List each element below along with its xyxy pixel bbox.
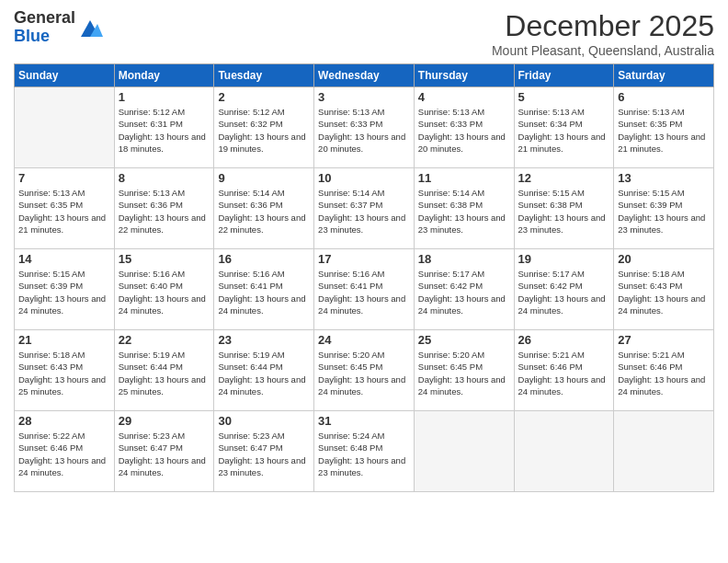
calendar-cell bbox=[414, 411, 514, 492]
day-detail: Sunrise: 5:13 AMSunset: 6:34 PMDaylight:… bbox=[518, 106, 610, 155]
day-number: 2 bbox=[218, 90, 310, 104]
calendar-cell: 19Sunrise: 5:17 AMSunset: 6:42 PMDayligh… bbox=[514, 249, 614, 330]
day-number: 8 bbox=[119, 171, 210, 185]
day-detail: Sunrise: 5:23 AMSunset: 6:47 PMDaylight:… bbox=[119, 430, 210, 478]
day-detail: Sunrise: 5:13 AMSunset: 6:33 PMDaylight:… bbox=[318, 106, 410, 155]
page: General Blue December 2025 Mount Pleasan… bbox=[0, 0, 728, 563]
day-of-week-tuesday: Tuesday bbox=[214, 64, 314, 87]
calendar-cell: 27Sunrise: 5:21 AMSunset: 6:46 PMDayligh… bbox=[614, 330, 714, 411]
day-detail: Sunrise: 5:14 AMSunset: 6:37 PMDaylight:… bbox=[318, 187, 410, 236]
day-of-week-saturday: Saturday bbox=[614, 64, 714, 87]
day-detail: Sunrise: 5:12 AMSunset: 6:32 PMDaylight:… bbox=[218, 106, 310, 155]
calendar-cell: 8Sunrise: 5:13 AMSunset: 6:36 PMDaylight… bbox=[114, 168, 214, 249]
calendar-cell: 18Sunrise: 5:17 AMSunset: 6:42 PMDayligh… bbox=[414, 249, 514, 330]
day-number: 14 bbox=[18, 252, 110, 266]
day-of-week-wednesday: Wednesday bbox=[314, 64, 415, 87]
day-number: 11 bbox=[418, 171, 510, 185]
day-number: 23 bbox=[218, 333, 310, 347]
day-number: 20 bbox=[618, 252, 710, 266]
calendar-cell: 24Sunrise: 5:20 AMSunset: 6:45 PMDayligh… bbox=[314, 330, 415, 411]
calendar-cell bbox=[614, 411, 714, 492]
day-detail: Sunrise: 5:21 AMSunset: 6:46 PMDaylight:… bbox=[518, 349, 610, 397]
day-number: 24 bbox=[318, 333, 410, 347]
calendar-cell: 10Sunrise: 5:14 AMSunset: 6:37 PMDayligh… bbox=[314, 168, 415, 249]
calendar-cell: 15Sunrise: 5:16 AMSunset: 6:40 PMDayligh… bbox=[114, 249, 214, 330]
day-detail: Sunrise: 5:15 AMSunset: 6:39 PMDaylight:… bbox=[618, 187, 710, 236]
day-detail: Sunrise: 5:13 AMSunset: 6:35 PMDaylight:… bbox=[618, 106, 710, 155]
calendar-cell: 21Sunrise: 5:18 AMSunset: 6:43 PMDayligh… bbox=[15, 330, 115, 411]
calendar-week-2: 7Sunrise: 5:13 AMSunset: 6:35 PMDaylight… bbox=[15, 168, 714, 249]
day-number: 30 bbox=[218, 414, 310, 428]
day-number: 31 bbox=[318, 414, 410, 428]
day-number: 12 bbox=[518, 171, 610, 185]
calendar-cell: 7Sunrise: 5:13 AMSunset: 6:35 PMDaylight… bbox=[15, 168, 115, 249]
day-detail: Sunrise: 5:20 AMSunset: 6:45 PMDaylight:… bbox=[318, 349, 410, 397]
day-number: 25 bbox=[418, 333, 510, 347]
day-number: 28 bbox=[18, 414, 110, 428]
month-title: December 2025 bbox=[492, 9, 714, 43]
day-number: 1 bbox=[119, 90, 210, 104]
day-detail: Sunrise: 5:22 AMSunset: 6:46 PMDaylight:… bbox=[18, 430, 110, 478]
title-block: December 2025 Mount Pleasant, Queensland… bbox=[492, 9, 714, 58]
day-number: 22 bbox=[119, 333, 210, 347]
day-number: 29 bbox=[119, 414, 210, 428]
logo-general: General bbox=[14, 9, 75, 28]
logo: General Blue bbox=[14, 9, 103, 46]
calendar-cell: 1Sunrise: 5:12 AMSunset: 6:31 PMDaylight… bbox=[114, 87, 214, 168]
day-detail: Sunrise: 5:12 AMSunset: 6:31 PMDaylight:… bbox=[119, 106, 210, 155]
day-detail: Sunrise: 5:14 AMSunset: 6:38 PMDaylight:… bbox=[418, 187, 510, 236]
calendar-cell: 2Sunrise: 5:12 AMSunset: 6:32 PMDaylight… bbox=[214, 87, 314, 168]
day-number: 9 bbox=[218, 171, 310, 185]
day-number: 4 bbox=[418, 90, 510, 104]
day-number: 3 bbox=[318, 90, 410, 104]
calendar-week-4: 21Sunrise: 5:18 AMSunset: 6:43 PMDayligh… bbox=[15, 330, 714, 411]
calendar-cell: 17Sunrise: 5:16 AMSunset: 6:41 PMDayligh… bbox=[314, 249, 415, 330]
calendar-week-3: 14Sunrise: 5:15 AMSunset: 6:39 PMDayligh… bbox=[15, 249, 714, 330]
day-of-week-friday: Friday bbox=[514, 64, 614, 87]
day-number: 21 bbox=[18, 333, 110, 347]
calendar-cell: 14Sunrise: 5:15 AMSunset: 6:39 PMDayligh… bbox=[15, 249, 115, 330]
calendar-week-1: 1Sunrise: 5:12 AMSunset: 6:31 PMDaylight… bbox=[15, 87, 714, 168]
calendar-cell: 23Sunrise: 5:19 AMSunset: 6:44 PMDayligh… bbox=[214, 330, 314, 411]
day-detail: Sunrise: 5:13 AMSunset: 6:33 PMDaylight:… bbox=[418, 106, 510, 155]
day-number: 27 bbox=[618, 333, 710, 347]
calendar-header-row: SundayMondayTuesdayWednesdayThursdayFrid… bbox=[15, 64, 714, 87]
calendar-cell: 6Sunrise: 5:13 AMSunset: 6:35 PMDaylight… bbox=[614, 87, 714, 168]
day-detail: Sunrise: 5:13 AMSunset: 6:35 PMDaylight:… bbox=[18, 187, 110, 236]
day-number: 19 bbox=[518, 252, 610, 266]
calendar-cell: 5Sunrise: 5:13 AMSunset: 6:34 PMDaylight… bbox=[514, 87, 614, 168]
logo-text: General Blue bbox=[14, 9, 75, 46]
calendar-cell: 4Sunrise: 5:13 AMSunset: 6:33 PMDaylight… bbox=[414, 87, 514, 168]
day-detail: Sunrise: 5:16 AMSunset: 6:41 PMDaylight:… bbox=[218, 268, 310, 316]
day-of-week-thursday: Thursday bbox=[414, 64, 514, 87]
day-number: 5 bbox=[518, 90, 610, 104]
calendar-cell: 29Sunrise: 5:23 AMSunset: 6:47 PMDayligh… bbox=[114, 411, 214, 492]
day-detail: Sunrise: 5:15 AMSunset: 6:39 PMDaylight:… bbox=[18, 268, 110, 316]
day-number: 16 bbox=[218, 252, 310, 266]
logo-icon bbox=[77, 15, 103, 40]
day-detail: Sunrise: 5:16 AMSunset: 6:41 PMDaylight:… bbox=[318, 268, 410, 316]
day-detail: Sunrise: 5:13 AMSunset: 6:36 PMDaylight:… bbox=[119, 187, 210, 236]
day-detail: Sunrise: 5:23 AMSunset: 6:47 PMDaylight:… bbox=[218, 430, 310, 478]
day-detail: Sunrise: 5:20 AMSunset: 6:45 PMDaylight:… bbox=[418, 349, 510, 397]
day-detail: Sunrise: 5:16 AMSunset: 6:40 PMDaylight:… bbox=[119, 268, 210, 316]
calendar-cell: 20Sunrise: 5:18 AMSunset: 6:43 PMDayligh… bbox=[614, 249, 714, 330]
calendar-week-5: 28Sunrise: 5:22 AMSunset: 6:46 PMDayligh… bbox=[15, 411, 714, 492]
day-number: 17 bbox=[318, 252, 410, 266]
calendar-cell bbox=[15, 87, 115, 168]
calendar-cell: 12Sunrise: 5:15 AMSunset: 6:38 PMDayligh… bbox=[514, 168, 614, 249]
calendar-cell: 16Sunrise: 5:16 AMSunset: 6:41 PMDayligh… bbox=[214, 249, 314, 330]
day-of-week-sunday: Sunday bbox=[15, 64, 115, 87]
day-detail: Sunrise: 5:19 AMSunset: 6:44 PMDaylight:… bbox=[218, 349, 310, 397]
day-detail: Sunrise: 5:17 AMSunset: 6:42 PMDaylight:… bbox=[418, 268, 510, 316]
location-title: Mount Pleasant, Queensland, Australia bbox=[492, 43, 714, 58]
calendar-cell: 31Sunrise: 5:24 AMSunset: 6:48 PMDayligh… bbox=[314, 411, 415, 492]
header: General Blue December 2025 Mount Pleasan… bbox=[14, 9, 714, 58]
day-number: 10 bbox=[318, 171, 410, 185]
calendar-cell: 3Sunrise: 5:13 AMSunset: 6:33 PMDaylight… bbox=[314, 87, 415, 168]
day-detail: Sunrise: 5:21 AMSunset: 6:46 PMDaylight:… bbox=[618, 349, 710, 397]
calendar-cell: 22Sunrise: 5:19 AMSunset: 6:44 PMDayligh… bbox=[114, 330, 214, 411]
day-number: 18 bbox=[418, 252, 510, 266]
calendar: SundayMondayTuesdayWednesdayThursdayFrid… bbox=[14, 63, 714, 492]
calendar-cell: 9Sunrise: 5:14 AMSunset: 6:36 PMDaylight… bbox=[214, 168, 314, 249]
